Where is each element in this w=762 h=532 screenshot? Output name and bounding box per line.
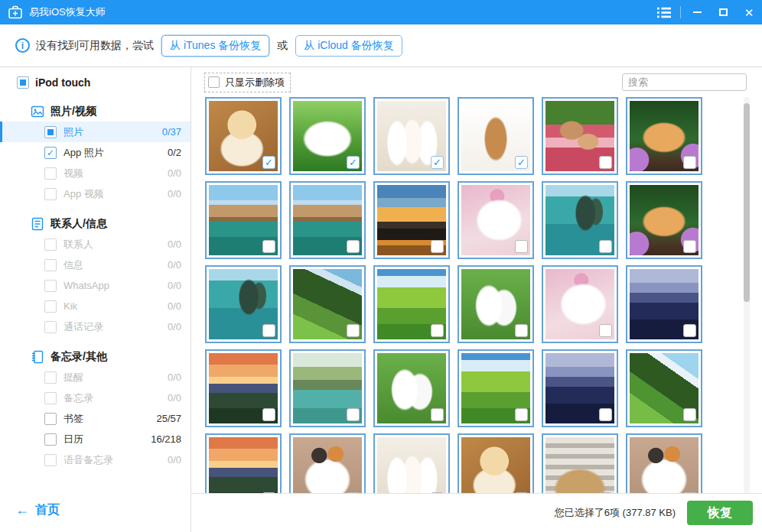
item-checkbox[interactable] (44, 280, 57, 292)
sidebar-item-videos[interactable]: 视频0/0 (0, 163, 190, 183)
photo-thumbnail-mountain-lake-dusk[interactable] (542, 349, 618, 427)
item-checkbox[interactable] (44, 454, 57, 466)
item-checkbox[interactable] (44, 392, 57, 404)
sidebar-item-contacts[interactable]: 联系人0/0 (0, 234, 190, 255)
item-checkbox[interactable] (44, 300, 57, 313)
photo-thumbnail-sunset-over-mountains[interactable] (205, 433, 282, 493)
photo-thumbnail-green-hill-cloudy-sky[interactable] (626, 349, 702, 427)
photo-checkbox[interactable] (347, 408, 360, 421)
sidebar-device-ipod-touch[interactable]: iPod touch (0, 73, 190, 92)
photo-checkbox[interactable] (515, 324, 528, 337)
photo-checkbox[interactable] (599, 408, 612, 421)
search-input[interactable] (622, 73, 747, 91)
photo-thumbnail-rabbits-on-gingham-blanket[interactable] (542, 97, 618, 175)
photo-checkbox[interactable] (599, 492, 612, 493)
minimize-button[interactable] (684, 0, 710, 24)
photo-checkbox[interactable] (515, 408, 528, 421)
photo-checkbox[interactable] (262, 240, 275, 253)
photo-thumbnail-kittens-with-purple-flowers[interactable] (626, 97, 702, 175)
photo-thumbnail-cocker-puppy-white-bg[interactable]: ✓ (458, 97, 534, 175)
menu-button[interactable] (651, 0, 677, 24)
photo-thumbnail-white-rabbit-with-flower[interactable] (542, 265, 618, 343)
photo-thumbnail-tabby-cat-peeking[interactable] (542, 433, 618, 493)
recover-button[interactable]: 恢复 (687, 501, 753, 525)
photo-thumbnail-two-samoyed-dogs[interactable] (373, 349, 450, 427)
photo-checkbox[interactable] (431, 240, 444, 253)
photo-thumbnail-sea-stacks-coastline[interactable] (542, 181, 618, 259)
photo-thumbnail-sea-stacks-coastline[interactable] (205, 265, 282, 343)
item-checkbox[interactable] (44, 238, 57, 251)
photo-checkbox[interactable] (431, 408, 444, 421)
item-checkbox[interactable] (44, 433, 57, 446)
photo-thumbnail-coastal-cliff-beach[interactable] (289, 181, 366, 259)
photo-thumbnail-sunset-over-mountains[interactable] (205, 349, 282, 427)
photo-checkbox[interactable] (431, 324, 444, 337)
photo-checkbox[interactable] (347, 492, 360, 493)
item-checkbox[interactable] (44, 413, 57, 425)
sidebar-item-photos[interactable]: 照片0/37 (0, 122, 190, 142)
home-link[interactable]: ← 首页 (0, 502, 190, 532)
sidebar-item-app-videos[interactable]: App 视频0/0 (0, 183, 190, 204)
photo-checkbox[interactable] (599, 324, 612, 337)
close-button[interactable]: ✕ (736, 0, 762, 24)
item-checkbox[interactable] (44, 371, 57, 384)
sidebar-item-messages[interactable]: 信息0/0 (0, 255, 190, 275)
sidebar-item-voice-memos[interactable]: 语音备忘录0/0 (0, 449, 190, 470)
sidebar-item-calendar[interactable]: 日历16/218 (0, 429, 190, 449)
photo-thumbnail-sunset-over-ocean[interactable] (373, 181, 450, 259)
photo-checkbox[interactable] (262, 324, 275, 337)
photo-thumbnail-laughing-calico-kitten[interactable] (626, 433, 702, 493)
item-checkbox[interactable] (44, 188, 57, 200)
photo-checkbox[interactable] (683, 324, 696, 337)
photo-checkbox[interactable] (431, 492, 444, 493)
item-checkbox[interactable] (44, 167, 57, 180)
photo-thumbnail-rolling-green-hills[interactable] (373, 265, 450, 343)
photo-checkbox[interactable]: ✓ (515, 156, 528, 169)
photo-thumbnail-river-pavilion[interactable] (289, 349, 366, 427)
device-checkbox[interactable] (17, 76, 29, 89)
sidebar-item-bookmarks[interactable]: 书签25/57 (0, 408, 190, 429)
photo-thumbnail-coastal-cliff-beach[interactable] (205, 181, 282, 259)
photo-thumbnail-samoyed-on-grass[interactable]: ✓ (289, 97, 366, 175)
photo-thumbnail-kittens-with-purple-flowers[interactable] (626, 181, 702, 259)
photo-checkbox[interactable]: ✓ (262, 156, 275, 169)
sidebar-item-kik[interactable]: Kik0/0 (0, 296, 190, 316)
photo-checkbox[interactable] (515, 240, 528, 253)
photo-checkbox[interactable]: ✓ (431, 156, 444, 169)
photo-thumbnail-white-rabbit-with-flower[interactable] (458, 181, 534, 259)
restore-from-itunes-button[interactable]: 从 iTunes 备份恢复 (161, 35, 269, 57)
sidebar-item-app-photos[interactable]: ✓App 照片0/2 (0, 142, 190, 163)
photo-checkbox[interactable] (515, 492, 528, 493)
photo-checkbox[interactable] (347, 324, 360, 337)
photo-checkbox[interactable] (599, 240, 612, 253)
restore-from-icloud-button[interactable]: 从 iCloud 备份恢复 (295, 35, 402, 57)
photo-thumbnail-two-samoyed-dogs[interactable] (458, 265, 534, 343)
item-checkbox[interactable] (44, 259, 57, 271)
photo-checkbox[interactable] (683, 408, 696, 421)
photo-thumbnail-pomeranian-puppy[interactable]: ✓ (205, 97, 282, 175)
item-checkbox[interactable]: ✓ (44, 147, 57, 159)
show-deleted-only-toggle[interactable]: 只显示删除项 (205, 73, 290, 92)
photo-checkbox[interactable] (599, 156, 612, 169)
photo-thumbnail-green-valley-hillside[interactable] (289, 265, 366, 343)
item-checkbox[interactable] (44, 126, 57, 138)
photo-checkbox[interactable] (262, 408, 275, 421)
photo-checkbox[interactable]: ✓ (347, 156, 360, 169)
sidebar-item-call-history[interactable]: 通话记录0/0 (0, 316, 190, 337)
sidebar-item-reminders[interactable]: 提醒0/0 (0, 367, 190, 388)
photo-thumbnail-pomeranian-puppy[interactable] (458, 433, 534, 493)
photo-thumbnail-mountain-lake-dusk[interactable] (626, 265, 702, 343)
photo-checkbox[interactable] (683, 240, 696, 253)
maximize-button[interactable] (710, 0, 736, 24)
sidebar-item-notes[interactable]: 备忘录0/0 (0, 388, 190, 408)
photo-checkbox[interactable] (347, 240, 360, 253)
photo-checkbox[interactable] (262, 492, 275, 493)
sidebar-item-whatsapp[interactable]: WhatsApp0/0 (0, 275, 190, 296)
item-checkbox[interactable] (44, 321, 57, 333)
photo-thumbnail-rolling-green-hills[interactable] (458, 349, 534, 427)
photo-thumbnail-maltese-dog-group[interactable] (373, 433, 450, 493)
photo-thumbnail-laughing-calico-kitten[interactable] (289, 433, 366, 493)
show-deleted-only-checkbox[interactable] (208, 76, 220, 88)
scrollbar-thumb[interactable] (744, 103, 750, 302)
photo-thumbnail-maltese-dog-group[interactable]: ✓ (373, 97, 450, 175)
